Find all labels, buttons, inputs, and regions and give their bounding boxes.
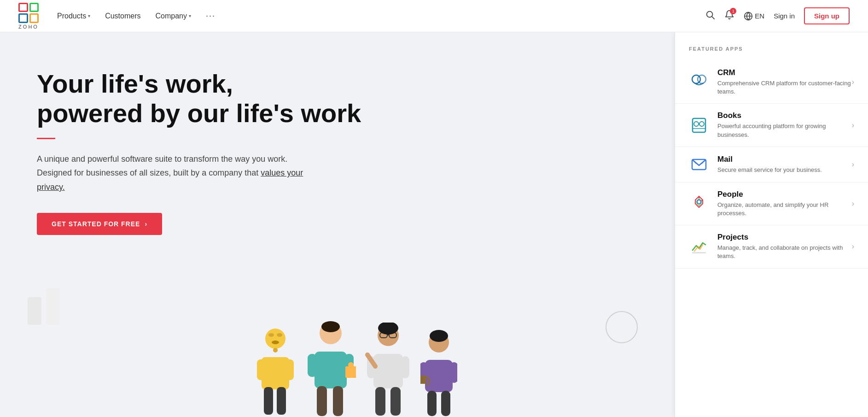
svg-point-13 — [272, 341, 279, 344]
svg-rect-8 — [285, 359, 294, 380]
nav-links: Products ▾ Customers Company ▾ ··· — [57, 11, 705, 21]
svg-rect-10 — [277, 387, 286, 415]
illustration-person2 — [305, 320, 356, 417]
customers-label: Customers — [105, 12, 140, 20]
svg-rect-15 — [315, 352, 347, 388]
svg-point-54 — [697, 200, 701, 204]
mail-icon — [689, 154, 709, 175]
projects-name: Projects — [717, 233, 852, 242]
illustration-person1 — [255, 325, 296, 417]
svg-line-51 — [702, 159, 706, 164]
notification-badge: 1 — [730, 8, 736, 14]
svg-rect-36 — [425, 360, 453, 392]
signup-button[interactable]: Sign up — [804, 7, 850, 24]
svg-point-47 — [699, 122, 704, 126]
svg-point-12 — [277, 333, 282, 337]
featured-label: FEATURED APPS — [675, 46, 868, 52]
logo-squares — [18, 3, 39, 23]
main-content: Your life's work, powered by our life's … — [0, 32, 868, 417]
svg-point-46 — [694, 122, 699, 126]
people-arrow-icon: › — [852, 200, 854, 208]
svg-rect-38 — [450, 362, 457, 383]
books-arrow-icon: › — [852, 121, 854, 129]
svg-rect-25 — [373, 354, 403, 388]
books-desc: Powerful accounting platform for growing… — [717, 122, 852, 139]
logo-sq-blue — [18, 13, 28, 23]
svg-rect-40 — [441, 391, 450, 416]
nav-item-products[interactable]: Products ▾ — [57, 12, 90, 20]
notification-icon-button[interactable]: 1 — [724, 10, 734, 22]
cta-button[interactable]: GET STARTED FOR FREE › — [37, 213, 162, 235]
cta-label: GET STARTED FOR FREE — [52, 220, 140, 228]
hero-divider — [37, 138, 55, 139]
signin-button[interactable]: Sign in — [774, 12, 795, 20]
svg-rect-19 — [333, 386, 343, 416]
products-chevron-icon: ▾ — [88, 13, 90, 18]
app-item-crm[interactable]: CRM Comprehensive CRM platform for custo… — [675, 61, 868, 104]
people-desc: Organize, automate, and simplify your HR… — [717, 201, 852, 217]
svg-rect-6 — [262, 357, 289, 389]
svg-rect-7 — [257, 359, 265, 380]
svg-point-5 — [273, 348, 278, 352]
illustration-person3 — [365, 323, 411, 417]
books-info: Books Powerful accounting platform for g… — [717, 111, 852, 139]
svg-rect-16 — [308, 354, 317, 377]
svg-rect-28 — [375, 387, 385, 416]
hero-title-line2: powered by our life's work — [37, 99, 361, 128]
nav-item-customers[interactable]: Customers — [105, 12, 140, 20]
nav-item-company[interactable]: Company ▾ — [156, 12, 191, 20]
people-icon — [689, 194, 709, 214]
products-label: Products — [57, 12, 86, 20]
hero-illustration — [37, 297, 675, 417]
svg-rect-57 — [692, 252, 706, 253]
mail-desc: Secure email service for your business. — [717, 166, 852, 174]
hero-title: Your life's work, powered by our life's … — [37, 69, 647, 129]
crm-arrow-icon: › — [852, 78, 854, 86]
svg-line-50 — [692, 159, 696, 164]
svg-point-23 — [321, 321, 340, 332]
logo-text: ZOHO — [18, 24, 39, 29]
svg-rect-39 — [427, 391, 437, 416]
app-item-mail[interactable]: Mail Secure email service for your busin… — [675, 147, 868, 182]
mail-arrow-icon: › — [852, 160, 854, 169]
language-label: EN — [755, 12, 764, 20]
nav-right: 1 EN Sign in Sign up — [705, 7, 850, 24]
svg-rect-9 — [264, 387, 273, 415]
logo-sq-red — [18, 3, 28, 12]
svg-rect-42 — [420, 376, 426, 384]
svg-point-11 — [268, 333, 274, 337]
hero-title-line1: Your life's work, — [37, 69, 233, 98]
app-item-people[interactable]: People Organize, automate, and simplify … — [675, 182, 868, 225]
crm-icon — [689, 72, 709, 92]
mail-name: Mail — [717, 155, 852, 164]
more-menu-button[interactable]: ··· — [206, 11, 216, 21]
books-name: Books — [717, 111, 852, 120]
svg-rect-20 — [345, 366, 356, 378]
illustration-person4 — [420, 329, 457, 417]
crm-info: CRM Comprehensive CRM platform for custo… — [717, 68, 852, 96]
svg-point-21 — [348, 362, 354, 368]
logo[interactable]: ZOHO — [18, 3, 39, 29]
hero-subtitle: A unique and powerful software suite to … — [37, 152, 304, 194]
projects-desc: Manage, track, and collaborate on projec… — [717, 244, 852, 260]
people-info: People Organize, automate, and simplify … — [717, 190, 852, 217]
projects-icon — [689, 236, 709, 257]
svg-rect-27 — [401, 356, 409, 378]
app-item-books[interactable]: Books Powerful accounting platform for g… — [675, 104, 868, 147]
navbar: ZOHO Products ▾ Customers Company ▾ ··· — [0, 0, 868, 32]
crm-name: CRM — [717, 68, 852, 77]
svg-point-41 — [430, 330, 448, 342]
logo-sq-yellow — [29, 13, 39, 23]
mail-info: Mail Secure email service for your busin… — [717, 155, 852, 174]
app-item-projects[interactable]: Projects Manage, track, and collaborate … — [675, 225, 868, 268]
people-name: People — [717, 190, 852, 199]
privacy-link[interactable]: values your privacy. — [37, 168, 303, 192]
svg-rect-29 — [390, 387, 401, 416]
svg-rect-18 — [317, 386, 327, 416]
search-icon-button[interactable] — [705, 10, 715, 22]
svg-point-44 — [698, 75, 706, 83]
svg-line-1 — [712, 17, 714, 19]
language-selector[interactable]: EN — [744, 12, 764, 21]
books-icon — [689, 115, 709, 135]
cta-arrow-icon: › — [145, 220, 147, 228]
